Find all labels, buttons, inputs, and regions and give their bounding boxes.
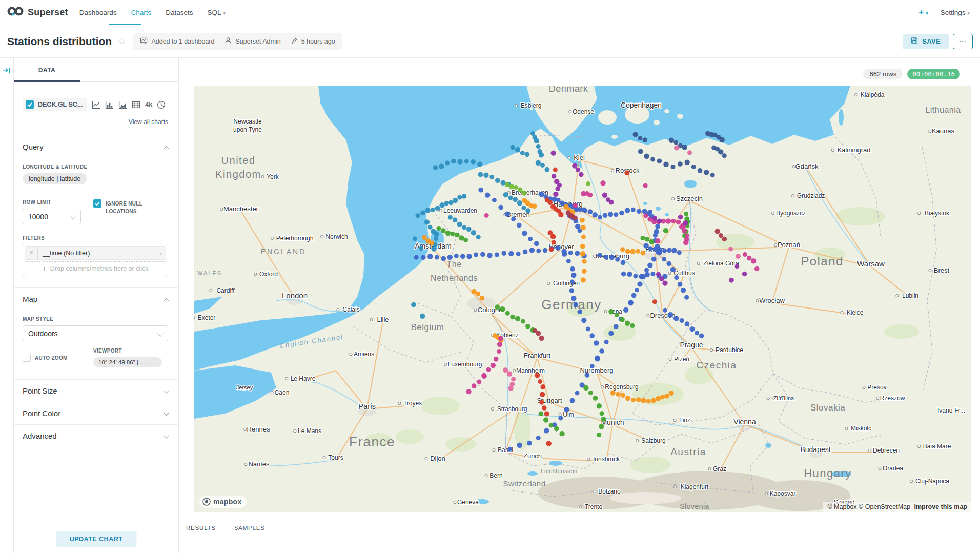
station-point	[544, 167, 549, 172]
mapbox-logo[interactable]: mapbox	[199, 496, 247, 508]
filter-drop-zone[interactable]: + Drop columns/metrics here or click	[25, 261, 166, 275]
station-point	[698, 168, 703, 173]
osm-attribution[interactable]: © OpenStreetMap	[859, 503, 910, 510]
more-actions-button[interactable]: ⋯	[953, 34, 973, 49]
station-point	[546, 441, 552, 446]
station-point	[599, 348, 604, 354]
line-chart-icon[interactable]	[92, 100, 100, 109]
station-point	[678, 215, 683, 220]
big-number-viz-icon[interactable]: 4k	[145, 101, 152, 108]
update-chart-button[interactable]: UPDATE CHART	[56, 531, 136, 547]
row-limit-select[interactable]: 10000	[23, 209, 81, 224]
filter-pill[interactable]: × __time (No filter) ›	[25, 246, 166, 260]
dashboard-count-badge[interactable]: Added to 1 dashboard	[140, 37, 214, 46]
mapbox-attribution[interactable]: © Mapbox	[827, 503, 856, 510]
section-point-size[interactable]: Point Size	[23, 380, 168, 402]
ignore-null-checkbox[interactable]	[93, 199, 101, 208]
nav-item-dashboards[interactable]: Dashboards	[79, 9, 117, 16]
auto-zoom-label: AUTO ZOOM	[35, 355, 68, 361]
save-button[interactable]: SAVE	[903, 34, 949, 49]
map-label: Bern	[489, 472, 502, 479]
map-label: Lille	[377, 316, 389, 323]
table-icon[interactable]	[132, 100, 140, 109]
map-section-header[interactable]: Map	[23, 295, 168, 303]
settings-menu[interactable]: Settings▾	[941, 9, 970, 16]
map-canvas[interactable]: UnitedKingdomDenmarkFranceGermanyPolandC…	[194, 86, 971, 512]
station-point	[552, 240, 556, 245]
station-point	[539, 412, 544, 417]
station-point	[673, 140, 678, 145]
nav-item-datasets[interactable]: Datasets	[166, 9, 193, 16]
map-label: Manchester	[223, 205, 259, 213]
bar-chart-icon[interactable]	[105, 100, 114, 109]
station-point	[603, 213, 608, 218]
station-point	[695, 331, 699, 335]
station-point	[735, 264, 740, 269]
top-navbar: Superset DashboardsChartsDatasetsSQL▾ +▾…	[0, 0, 980, 25]
station-point	[445, 161, 450, 166]
owner-badge[interactable]: Superset Admin	[224, 37, 280, 46]
station-point	[657, 158, 662, 163]
divider	[14, 447, 178, 447]
view-all-charts-link[interactable]: View all charts	[129, 118, 168, 126]
row-limit-label: ROW LIMIT	[23, 199, 93, 205]
station-point	[556, 198, 561, 202]
query-section-header[interactable]: Query	[23, 142, 168, 151]
station-point	[497, 342, 502, 347]
svg-text:The: The	[446, 260, 461, 269]
tab-data[interactable]: DATA	[14, 58, 80, 82]
active-tab-underline	[109, 24, 141, 25]
station-point	[539, 400, 544, 405]
station-point	[476, 235, 481, 239]
station-point	[651, 272, 656, 276]
section-point-color[interactable]: Point Color	[23, 402, 168, 424]
remove-filter-icon[interactable]: ×	[25, 247, 38, 259]
results-tabbar: RESULTSSAMPLES	[186, 525, 265, 531]
map-label: Norwich	[325, 233, 348, 240]
chevron-down-icon	[164, 411, 169, 416]
map-label: Dijon	[430, 455, 445, 462]
svg-text:Denmark: Denmark	[549, 86, 588, 94]
station-point	[480, 252, 485, 257]
auto-zoom-checkbox[interactable]	[23, 354, 31, 362]
map-label: Prague	[680, 341, 703, 349]
station-point	[673, 316, 679, 321]
svg-text:Kingdom: Kingdom	[215, 169, 261, 180]
lonlat-value-pill[interactable]: longitude | latitude	[23, 173, 87, 184]
station-point	[710, 173, 715, 177]
station-point	[492, 198, 497, 202]
viz-type-selected[interactable]: DECK.GL SC...	[23, 98, 87, 111]
station-point	[538, 379, 542, 384]
station-point	[638, 136, 642, 140]
map-label: Oxford	[259, 271, 278, 278]
station-point	[474, 253, 478, 257]
results-tab-samples[interactable]: SAMPLES	[234, 525, 265, 531]
results-tab-results[interactable]: RESULTS	[186, 525, 216, 531]
station-point	[650, 157, 655, 162]
station-point	[562, 251, 567, 256]
deckgl-scatter-map[interactable]: UnitedKingdomDenmarkFranceGermanyPolandC…	[194, 86, 971, 512]
area-chart-icon[interactable]	[118, 100, 127, 109]
station-point	[434, 236, 438, 241]
plus-icon: +	[43, 264, 47, 273]
dashboard-icon	[140, 37, 148, 46]
nav-item-charts[interactable]: Charts	[131, 9, 151, 16]
favorite-star-icon[interactable]: ☆	[118, 36, 126, 47]
map-label: Copenhagen	[621, 101, 662, 109]
station-point	[455, 233, 460, 238]
station-point	[495, 178, 500, 183]
last-modified[interactable]: 5 hours ago	[291, 37, 335, 46]
viewport-value-pill[interactable]: 10° 24' 49.86" | ...	[93, 357, 162, 367]
map-style-select[interactable]: Outdoors	[23, 325, 168, 341]
station-point	[588, 391, 593, 395]
pie-chart-icon[interactable]	[157, 100, 166, 109]
station-point	[425, 208, 431, 213]
section-advanced[interactable]: Advanced	[23, 425, 168, 447]
station-point	[436, 226, 441, 231]
nav-item-sql[interactable]: SQL▾	[207, 9, 226, 16]
collapse-panel-icon[interactable]	[3, 67, 11, 76]
map-label: Geneva	[457, 499, 479, 506]
add-new-button[interactable]: +▾	[918, 7, 928, 17]
improve-map-link[interactable]: Improve this map	[914, 503, 968, 510]
superset-brand[interactable]: Superset	[7, 5, 68, 19]
